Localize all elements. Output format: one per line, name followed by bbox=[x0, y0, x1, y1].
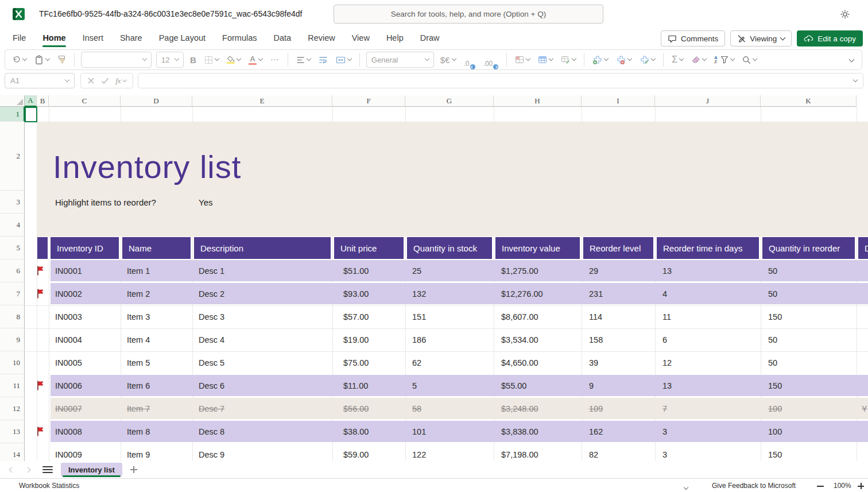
add-sheet-button[interactable] bbox=[130, 466, 137, 473]
table-cell[interactable]: 5 bbox=[412, 381, 417, 390]
table-cell[interactable]: IN0003 bbox=[55, 312, 82, 321]
workbook-statistics-button[interactable]: Workbook Statistics bbox=[19, 479, 79, 492]
zoom-out-button[interactable] bbox=[817, 486, 824, 487]
undo-button[interactable] bbox=[10, 52, 28, 68]
table-cell[interactable]: Item 7 bbox=[127, 404, 150, 413]
row-header-14[interactable]: 14 bbox=[0, 443, 25, 461]
table-cell[interactable]: 101 bbox=[412, 427, 426, 436]
merge-cells-button[interactable] bbox=[334, 52, 353, 68]
table-cell[interactable]: Item 2 bbox=[127, 289, 150, 299]
row-header-9[interactable]: 9 bbox=[0, 328, 25, 351]
table-cell[interactable]: $3,534.00 bbox=[501, 335, 538, 344]
column-header-I[interactable]: I bbox=[582, 95, 655, 107]
table-cell[interactable]: IN0004 bbox=[55, 335, 82, 344]
table-header-reorder-level[interactable]: Reorder level bbox=[583, 237, 653, 259]
table-cell[interactable]: Item 5 bbox=[127, 358, 150, 367]
menu-item-insert[interactable]: Insert bbox=[83, 33, 103, 42]
column-header-B[interactable]: B bbox=[37, 95, 49, 107]
table-cell[interactable]: IN0006 bbox=[55, 381, 82, 390]
row-header-3[interactable]: 3 bbox=[0, 191, 25, 214]
format-cells-button[interactable] bbox=[638, 52, 657, 68]
viewing-mode-dropdown[interactable]: Viewing bbox=[730, 30, 792, 47]
table-cell[interactable]: 122 bbox=[412, 450, 426, 459]
number-format-select[interactable]: General bbox=[366, 52, 434, 68]
enter-check-icon[interactable] bbox=[101, 78, 109, 84]
table-header-unit-price[interactable]: Unit price bbox=[334, 237, 404, 259]
table-cell[interactable]: 11 bbox=[662, 312, 671, 321]
table-cell[interactable]: 3 bbox=[662, 450, 667, 459]
menu-item-file[interactable]: File bbox=[13, 33, 26, 42]
zoom-in-button[interactable] bbox=[858, 483, 864, 489]
table-cell[interactable]: IN0005 bbox=[55, 358, 82, 367]
menu-item-view[interactable]: View bbox=[352, 33, 370, 42]
table-cell[interactable]: 7 bbox=[662, 404, 667, 413]
table-cell[interactable]: 109 bbox=[589, 404, 603, 413]
table-cell[interactable]: 13 bbox=[662, 381, 672, 390]
table-cell[interactable]: 3 bbox=[662, 427, 667, 436]
table-cell[interactable]: 132 bbox=[412, 289, 426, 299]
table-cell[interactable]: $4,650.00 bbox=[501, 358, 538, 367]
column-header-K[interactable]: K bbox=[761, 95, 857, 107]
menu-item-draw[interactable]: Draw bbox=[420, 33, 440, 42]
column-header-H[interactable]: H bbox=[494, 95, 582, 107]
sort-filter-button[interactable]: AZ bbox=[712, 52, 735, 68]
table-cell[interactable]: $56.00 bbox=[343, 404, 369, 413]
select-all-corner[interactable] bbox=[0, 95, 25, 107]
table-cell[interactable]: Item 9 bbox=[127, 450, 150, 459]
table-cell[interactable]: 82 bbox=[589, 450, 598, 459]
wrap-text-button[interactable] bbox=[317, 52, 330, 68]
formula-input[interactable] bbox=[138, 73, 863, 88]
document-title[interactable]: TFc16e6fb0-9525-44fb-a324-86c0031e3ec8e0… bbox=[39, 0, 302, 28]
column-header-J[interactable]: J bbox=[655, 95, 761, 107]
table-cell[interactable]: Item 6 bbox=[127, 381, 150, 390]
menu-item-data[interactable]: Data bbox=[274, 33, 292, 42]
table-header-description[interactable]: Description bbox=[194, 237, 331, 259]
table-cell[interactable]: $7,198.00 bbox=[501, 450, 538, 459]
sheet-tab-inventory-list[interactable]: Inventory list bbox=[61, 463, 122, 476]
table-cell[interactable]: $93.00 bbox=[343, 289, 369, 299]
table-cell[interactable]: $51.00 bbox=[343, 266, 369, 276]
table-cell[interactable]: 9 bbox=[589, 381, 594, 390]
settings-gear-icon[interactable] bbox=[838, 7, 852, 21]
menu-item-help[interactable]: Help bbox=[386, 33, 404, 42]
row-header-6[interactable]: 6 bbox=[0, 259, 25, 282]
clear-button[interactable] bbox=[689, 52, 708, 68]
bold-button[interactable]: B bbox=[188, 52, 198, 68]
table-cell[interactable]: Desc 1 bbox=[199, 266, 224, 276]
cell-styles-button[interactable] bbox=[559, 52, 578, 68]
table-cell[interactable]: 58 bbox=[412, 404, 421, 413]
table-cell[interactable]: 25 bbox=[412, 266, 421, 276]
table-cell[interactable]: $12,276.00 bbox=[501, 289, 543, 299]
menu-item-share[interactable]: Share bbox=[120, 33, 142, 42]
row-header-11[interactable]: 11 bbox=[0, 374, 25, 397]
table-cell[interactable]: Desc 6 bbox=[199, 381, 224, 390]
table-cell[interactable]: Item 8 bbox=[127, 427, 150, 436]
zoom-level[interactable]: 100% bbox=[834, 479, 851, 492]
table-cell[interactable]: $3,248.00 bbox=[501, 404, 538, 413]
table-cell[interactable]: 50 bbox=[768, 358, 777, 367]
table-cell[interactable]: IN0001 bbox=[55, 266, 82, 276]
table-cell[interactable]: $8,607.00 bbox=[501, 312, 538, 321]
table-cell[interactable]: $57.00 bbox=[343, 312, 369, 321]
currency-format-button[interactable]: $€ bbox=[439, 52, 458, 68]
table-cell[interactable]: 162 bbox=[589, 427, 603, 436]
table-header-quantity-in-reorder[interactable]: Quantity in reorder bbox=[762, 237, 855, 259]
column-header-A[interactable]: A bbox=[25, 95, 37, 107]
table-cell[interactable]: 12 bbox=[662, 358, 672, 367]
edit-a-copy-button[interactable]: Edit a copy bbox=[797, 30, 863, 47]
column-header-D[interactable]: D bbox=[121, 95, 192, 107]
table-header-partial[interactable]: D bbox=[858, 237, 868, 259]
fill-color-button[interactable] bbox=[225, 52, 242, 68]
table-cell[interactable]: Desc 8 bbox=[199, 427, 224, 436]
ribbon-options-button[interactable] bbox=[850, 55, 857, 65]
paste-button[interactable] bbox=[33, 52, 51, 68]
table-cell[interactable]: $75.00 bbox=[343, 358, 369, 367]
table-cell[interactable]: 151 bbox=[412, 312, 426, 321]
row-header-4[interactable]: 4 bbox=[0, 214, 25, 237]
table-cell[interactable]: 158 bbox=[589, 335, 603, 344]
font-color-button[interactable]: A bbox=[247, 52, 264, 68]
table-cell[interactable]: Desc 9 bbox=[199, 450, 224, 459]
borders-button[interactable] bbox=[203, 52, 220, 68]
row-header-8[interactable]: 8 bbox=[0, 305, 25, 328]
next-sheet-button[interactable] bbox=[23, 465, 32, 474]
